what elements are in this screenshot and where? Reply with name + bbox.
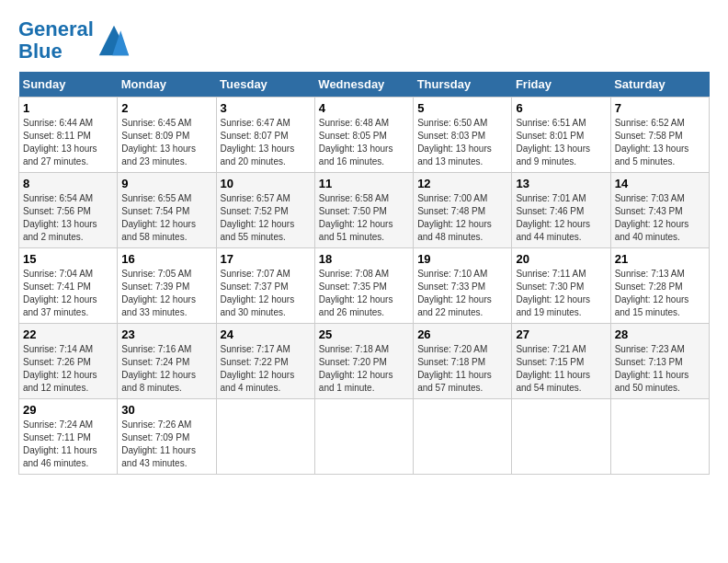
- day-number: 14: [615, 177, 705, 190]
- day-number: 10: [221, 177, 311, 190]
- calendar-cell: 19Sunrise: 7:10 AM Sunset: 7:33 PM Dayli…: [414, 248, 512, 324]
- calendar-cell: 26Sunrise: 7:20 AM Sunset: 7:18 PM Dayli…: [414, 324, 512, 399]
- day-info: Sunrise: 7:03 AM Sunset: 7:43 PM Dayligh…: [615, 192, 705, 244]
- calendar-cell: [414, 399, 512, 475]
- weekday-tuesday: Tuesday: [216, 72, 314, 98]
- calendar-cell: [314, 399, 413, 475]
- logo: General Blue: [18, 18, 131, 63]
- day-number: 16: [121, 252, 211, 266]
- calendar-week-3: 15Sunrise: 7:04 AM Sunset: 7:41 PM Dayli…: [19, 248, 710, 324]
- calendar-cell: 2Sunrise: 6:45 AM Sunset: 8:09 PM Daylig…: [118, 98, 216, 173]
- day-number: 26: [417, 327, 507, 341]
- day-info: Sunrise: 7:18 AM Sunset: 7:20 PM Dayligh…: [319, 343, 409, 395]
- weekday-sunday: Sunday: [19, 72, 118, 98]
- day-number: 2: [121, 101, 211, 115]
- weekday-thursday: Thursday: [414, 72, 512, 98]
- day-number: 18: [319, 252, 409, 266]
- day-info: Sunrise: 6:47 AM Sunset: 8:07 PM Dayligh…: [221, 117, 311, 168]
- day-number: 19: [417, 252, 507, 266]
- calendar-cell: 14Sunrise: 7:03 AM Sunset: 7:43 PM Dayli…: [610, 173, 709, 248]
- day-number: 6: [516, 101, 606, 115]
- day-info: Sunrise: 7:20 AM Sunset: 7:18 PM Dayligh…: [417, 343, 507, 395]
- day-number: 20: [516, 252, 606, 266]
- day-info: Sunrise: 7:00 AM Sunset: 7:48 PM Dayligh…: [417, 192, 507, 244]
- day-info: Sunrise: 7:01 AM Sunset: 7:46 PM Dayligh…: [516, 192, 606, 244]
- day-number: 1: [23, 101, 113, 115]
- day-number: 29: [23, 403, 113, 417]
- day-number: 17: [221, 252, 311, 266]
- weekday-wednesday: Wednesday: [314, 72, 413, 98]
- calendar-cell: 21Sunrise: 7:13 AM Sunset: 7:28 PM Dayli…: [610, 248, 709, 324]
- calendar-cell: 27Sunrise: 7:21 AM Sunset: 7:15 PM Dayli…: [512, 324, 610, 399]
- weekday-saturday: Saturday: [610, 72, 709, 98]
- calendar-cell: 28Sunrise: 7:23 AM Sunset: 7:13 PM Dayli…: [610, 324, 709, 399]
- day-number: 7: [615, 101, 705, 115]
- day-info: Sunrise: 6:57 AM Sunset: 7:52 PM Dayligh…: [221, 192, 311, 244]
- weekday-header-row: SundayMondayTuesdayWednesdayThursdayFrid…: [19, 72, 710, 98]
- calendar-cell: 7Sunrise: 6:52 AM Sunset: 7:58 PM Daylig…: [610, 98, 709, 173]
- calendar-cell: 11Sunrise: 6:58 AM Sunset: 7:50 PM Dayli…: [314, 173, 413, 248]
- day-info: Sunrise: 7:08 AM Sunset: 7:35 PM Dayligh…: [319, 268, 409, 319]
- day-info: Sunrise: 7:14 AM Sunset: 7:26 PM Dayligh…: [23, 343, 113, 395]
- calendar-cell: [216, 399, 314, 475]
- calendar-week-5: 29Sunrise: 7:24 AM Sunset: 7:11 PM Dayli…: [19, 399, 710, 475]
- calendar-cell: 1Sunrise: 6:44 AM Sunset: 8:11 PM Daylig…: [19, 98, 118, 173]
- day-info: Sunrise: 6:54 AM Sunset: 7:56 PM Dayligh…: [23, 192, 113, 244]
- calendar-body: 1Sunrise: 6:44 AM Sunset: 8:11 PM Daylig…: [19, 98, 710, 475]
- day-info: Sunrise: 7:04 AM Sunset: 7:41 PM Dayligh…: [23, 268, 113, 319]
- calendar-cell: 5Sunrise: 6:50 AM Sunset: 8:03 PM Daylig…: [414, 98, 512, 173]
- calendar-cell: 30Sunrise: 7:26 AM Sunset: 7:09 PM Dayli…: [118, 399, 216, 475]
- calendar-cell: 25Sunrise: 7:18 AM Sunset: 7:20 PM Dayli…: [314, 324, 413, 399]
- day-info: Sunrise: 6:50 AM Sunset: 8:03 PM Dayligh…: [417, 117, 507, 168]
- calendar-cell: 8Sunrise: 6:54 AM Sunset: 7:56 PM Daylig…: [19, 173, 118, 248]
- day-info: Sunrise: 7:21 AM Sunset: 7:15 PM Dayligh…: [516, 343, 606, 395]
- day-info: Sunrise: 6:51 AM Sunset: 8:01 PM Dayligh…: [516, 117, 606, 168]
- calendar-cell: 20Sunrise: 7:11 AM Sunset: 7:30 PM Dayli…: [512, 248, 610, 324]
- day-info: Sunrise: 6:55 AM Sunset: 7:54 PM Dayligh…: [121, 192, 211, 244]
- calendar-week-2: 8Sunrise: 6:54 AM Sunset: 7:56 PM Daylig…: [19, 173, 710, 248]
- day-number: 25: [319, 327, 409, 341]
- day-number: 11: [319, 177, 409, 190]
- header: General Blue: [18, 18, 710, 63]
- day-info: Sunrise: 7:24 AM Sunset: 7:11 PM Dayligh…: [23, 419, 113, 470]
- day-info: Sunrise: 7:26 AM Sunset: 7:09 PM Dayligh…: [121, 419, 211, 470]
- calendar-cell: 4Sunrise: 6:48 AM Sunset: 8:05 PM Daylig…: [314, 98, 413, 173]
- day-info: Sunrise: 6:45 AM Sunset: 8:09 PM Dayligh…: [121, 117, 211, 168]
- day-number: 5: [417, 101, 507, 115]
- logo-text: General Blue: [18, 18, 94, 63]
- day-number: 4: [319, 101, 409, 115]
- calendar-cell: 16Sunrise: 7:05 AM Sunset: 7:39 PM Dayli…: [118, 248, 216, 324]
- calendar-cell: 13Sunrise: 7:01 AM Sunset: 7:46 PM Dayli…: [512, 173, 610, 248]
- day-info: Sunrise: 7:13 AM Sunset: 7:28 PM Dayligh…: [615, 268, 705, 319]
- calendar-cell: 29Sunrise: 7:24 AM Sunset: 7:11 PM Dayli…: [19, 399, 118, 475]
- day-number: 3: [221, 101, 311, 115]
- day-number: 22: [23, 327, 113, 341]
- calendar-cell: 3Sunrise: 6:47 AM Sunset: 8:07 PM Daylig…: [216, 98, 314, 173]
- calendar-cell: 10Sunrise: 6:57 AM Sunset: 7:52 PM Dayli…: [216, 173, 314, 248]
- weekday-monday: Monday: [118, 72, 216, 98]
- day-info: Sunrise: 6:44 AM Sunset: 8:11 PM Dayligh…: [23, 117, 113, 168]
- day-number: 24: [221, 327, 311, 341]
- day-info: Sunrise: 6:52 AM Sunset: 7:58 PM Dayligh…: [615, 117, 705, 168]
- weekday-friday: Friday: [512, 72, 610, 98]
- day-info: Sunrise: 7:16 AM Sunset: 7:24 PM Dayligh…: [121, 343, 211, 395]
- calendar-cell: [512, 399, 610, 475]
- day-number: 23: [121, 327, 211, 341]
- calendar-cell: 23Sunrise: 7:16 AM Sunset: 7:24 PM Dayli…: [118, 324, 216, 399]
- day-number: 9: [121, 177, 211, 190]
- calendar-cell: [610, 399, 709, 475]
- calendar-cell: 6Sunrise: 6:51 AM Sunset: 8:01 PM Daylig…: [512, 98, 610, 173]
- calendar-cell: 24Sunrise: 7:17 AM Sunset: 7:22 PM Dayli…: [216, 324, 314, 399]
- logo-icon: [97, 24, 131, 57]
- calendar-week-4: 22Sunrise: 7:14 AM Sunset: 7:26 PM Dayli…: [19, 324, 710, 399]
- day-number: 27: [516, 327, 606, 341]
- day-info: Sunrise: 7:11 AM Sunset: 7:30 PM Dayligh…: [516, 268, 606, 319]
- day-info: Sunrise: 7:23 AM Sunset: 7:13 PM Dayligh…: [615, 343, 705, 395]
- day-info: Sunrise: 7:17 AM Sunset: 7:22 PM Dayligh…: [221, 343, 311, 395]
- day-number: 12: [417, 177, 507, 190]
- day-info: Sunrise: 7:10 AM Sunset: 7:33 PM Dayligh…: [417, 268, 507, 319]
- day-number: 21: [615, 252, 705, 266]
- day-info: Sunrise: 6:58 AM Sunset: 7:50 PM Dayligh…: [319, 192, 409, 244]
- day-number: 28: [615, 327, 705, 341]
- calendar-table: SundayMondayTuesdayWednesdayThursdayFrid…: [18, 72, 710, 475]
